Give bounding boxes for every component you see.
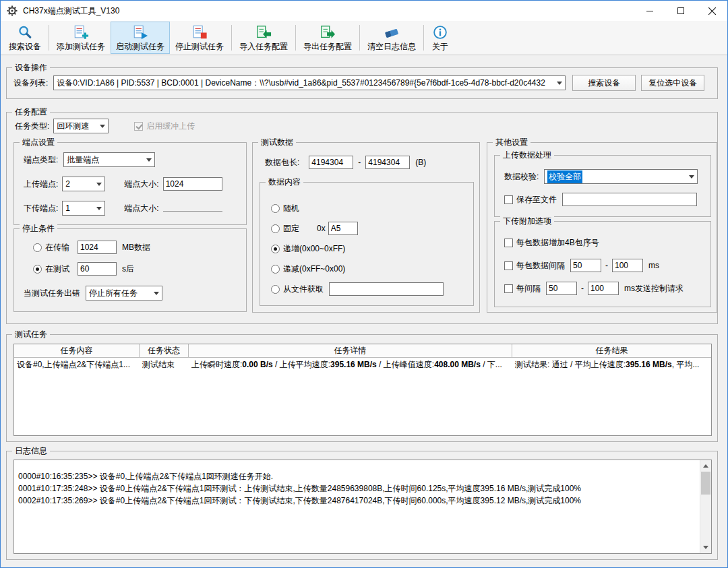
download-endpoint-label: 下传端点: [24, 203, 58, 214]
buffered-upload-checkbox[interactable] [134, 122, 143, 131]
toolbar-separator [295, 25, 296, 51]
packet-sequence-label[interactable]: 每包数据增加4B包序号 [516, 237, 599, 249]
column-header-task-detail[interactable]: 任务详情 [189, 344, 512, 357]
toolbar-import-config-button[interactable]: 导入任务配置 [234, 22, 293, 54]
toolbar-separator [49, 25, 49, 51]
column-header-task-status[interactable]: 任务状态 [140, 344, 189, 357]
buffered-upload-label[interactable]: 启用缓冲上传 [146, 121, 195, 132]
reset-device-button[interactable]: 复位选中设备 [641, 75, 704, 91]
fixed-byte-input[interactable] [328, 222, 358, 235]
stop-by-duration-label[interactable]: 在测试 [45, 263, 69, 275]
task-type-combobox[interactable]: 回环测速 [53, 119, 109, 133]
toolbar-button-label: 导出任务配置 [303, 41, 352, 53]
table-row[interactable]: 设备#0,上传端点2&下传端点1... 测试结束 上传瞬时速度:0.00 B/s… [14, 358, 711, 371]
stop-by-transfer-radio[interactable] [33, 243, 42, 252]
toolbar-export-config-button[interactable]: 导出任务配置 [298, 22, 357, 54]
column-header-task-content[interactable]: 任务内容 [14, 344, 140, 357]
control-interval-min-input[interactable] [546, 282, 577, 295]
gap-range-separator: - [605, 261, 608, 270]
device-list-value: 设备0:VID:1A86 | PID:5537 | BCD:0001 | Dev… [57, 77, 545, 89]
scroll-down-icon[interactable] [700, 542, 711, 553]
log-textarea[interactable]: 0000#10:16:35:235>> 设备#0,上传端点2&下传端点1回环测速… [13, 460, 712, 554]
data-decrement-radio[interactable] [271, 265, 280, 274]
duration-input[interactable] [78, 262, 117, 276]
group-title: 上传数据处理 [500, 150, 554, 160]
data-file-path-input[interactable] [329, 282, 444, 296]
log-line: 0001#10:17:35:248>> 设备#0上传端点2&下传端点1回环测试：… [18, 482, 695, 495]
maximize-button[interactable] [665, 1, 696, 21]
toolbar-start-task-button[interactable]: 启动测试任务 [111, 22, 170, 54]
packet-max-input[interactable] [365, 156, 410, 169]
on-error-combobox[interactable]: 停止所有任务 [86, 286, 162, 301]
save-to-file-checkbox[interactable] [504, 195, 513, 204]
data-from-file-radio[interactable] [271, 285, 280, 294]
log-line: 0002#10:17:35:269>> 设备#0上传端点2&下传端点1回环测试：… [18, 495, 695, 507]
data-random-label[interactable]: 随机 [283, 203, 299, 214]
endpoint-type-label: 端点类型: [24, 154, 58, 166]
save-file-path-input[interactable] [562, 193, 697, 206]
device-list-combobox[interactable]: 设备0:VID:1A86 | PID:5537 | BCD:0001 | Dev… [53, 75, 566, 90]
download-endpoint-size-field[interactable] [163, 206, 222, 212]
control-request-checkbox[interactable] [504, 284, 513, 293]
stop-by-duration-radio[interactable] [33, 265, 42, 274]
toolbar-about-button[interactable]: 关于 [426, 22, 454, 54]
packet-gap-label[interactable]: 每包数据间隔 [516, 260, 565, 272]
upload-processing-group: 上传数据处理 数据校验: 校验全部 保存至文件 [494, 155, 711, 217]
data-random-radio[interactable] [271, 204, 280, 213]
group-title: 任务配置 [12, 107, 50, 117]
window-controls [634, 1, 727, 21]
data-increment-radio[interactable] [271, 245, 280, 253]
save-to-file-label[interactable]: 保存至文件 [516, 194, 557, 206]
chevron-down-icon [143, 153, 154, 166]
search-device-button[interactable]: 搜索设备 [572, 75, 636, 91]
upload-endpoint-size-input[interactable] [163, 177, 222, 191]
packet-gap-checkbox[interactable] [504, 261, 513, 270]
toolbar-clear-log-button[interactable]: 清空日志信息 [362, 22, 421, 54]
toolbar-separator [423, 25, 424, 51]
close-icon [708, 7, 716, 15]
close-button[interactable] [696, 1, 727, 21]
scroll-up-icon[interactable] [700, 460, 711, 472]
packet-sequence-checkbox[interactable] [504, 239, 513, 247]
packet-min-input[interactable] [309, 156, 353, 169]
column-header-task-result[interactable]: 任务结果 [512, 344, 711, 357]
group-title: 测试任务 [12, 329, 50, 340]
minimize-button[interactable] [634, 1, 665, 21]
download-endpoint-combobox[interactable]: 1 [62, 201, 105, 216]
app-window: CH37x端点测试工具_V130 搜索设备 添加测试任务 启动测试任务 停止测试… [0, 0, 728, 568]
toolbar-button-label: 关于 [432, 41, 448, 53]
transfer-amount-input[interactable] [78, 241, 117, 254]
toolbar-separator [359, 25, 360, 51]
data-fixed-radio[interactable] [271, 224, 280, 233]
data-decrement-label[interactable]: 递减(0xFF~0x00) [283, 263, 345, 275]
packet-gap-max-input[interactable] [612, 259, 643, 272]
task-result-cell: 测试结果: 通过 / 平均上传速度:395.16 MB/s, 平均... [512, 359, 711, 371]
endpoint-type-combobox[interactable]: 批量端点 [63, 152, 155, 167]
log-scrollbar[interactable] [700, 460, 711, 553]
packet-gap-min-input[interactable] [570, 259, 601, 272]
stop-conditions-group: 停止条件 在传输 MB数据 在测试 s后 当测试任务出错 停止所有任务 [13, 228, 247, 312]
data-increment-label[interactable]: 递增(0x00~0xFF) [283, 243, 345, 255]
data-verify-combobox[interactable]: 校验全部 [544, 169, 698, 184]
stop-by-transfer-label[interactable]: 在传输 [45, 242, 69, 253]
toolbar-button-label: 添加测试任务 [57, 41, 105, 53]
data-fixed-label[interactable]: 固定 [283, 223, 299, 234]
chevron-down-icon [553, 76, 565, 90]
upload-endpoint-combobox[interactable]: 2 [62, 177, 105, 191]
log-lines: 0000#10:16:35:235>> 设备#0,上传端点2&下传端点1回环测速… [18, 470, 695, 507]
packet-range-separator: - [358, 158, 361, 167]
endpoint-settings-group: 端点设置 端点类型: 批量端点 上传端点: 2 端点大小: 下传端点: [13, 142, 247, 225]
group-title: 测试数据 [258, 137, 296, 148]
data-from-file-label[interactable]: 从文件获取 [283, 284, 324, 295]
toolbar-search-device-button[interactable]: 搜索设备 [3, 22, 47, 54]
control-request-label[interactable]: 每间隔 [516, 283, 541, 294]
scrollbar-thumb[interactable] [701, 472, 710, 495]
import-config-icon [255, 24, 272, 40]
control-interval-max-input[interactable] [588, 282, 619, 295]
test-tasks-group: 测试任务 任务内容 任务状态 任务详情 任务结果 设备#0,上传端点2&下传端点… [6, 334, 718, 442]
toolbar-add-task-button[interactable]: 添加测试任务 [51, 22, 111, 54]
toolbar-separator [231, 25, 232, 51]
toolbar: 搜索设备 添加测试任务 启动测试任务 停止测试任务 导入任务配置 导出任务配置 … [1, 21, 727, 55]
search-icon [16, 24, 34, 40]
toolbar-stop-task-button[interactable]: 停止测试任务 [170, 22, 229, 54]
